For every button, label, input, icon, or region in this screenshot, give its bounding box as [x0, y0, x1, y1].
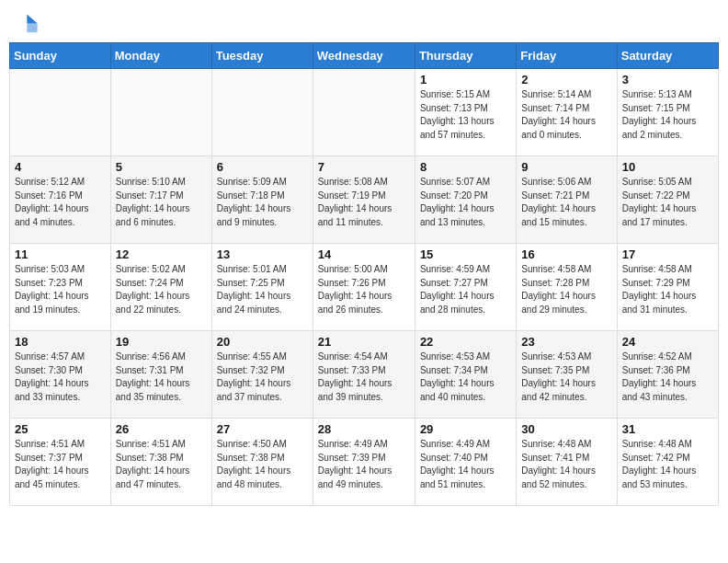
- day-number: 28: [318, 422, 410, 436]
- calendar-cell: 17Sunrise: 4:58 AM Sunset: 7:29 PM Dayli…: [617, 244, 718, 331]
- day-info: Sunrise: 4:48 AM Sunset: 7:42 PM Dayligh…: [622, 438, 713, 491]
- day-info: Sunrise: 5:12 AM Sunset: 7:16 PM Dayligh…: [15, 176, 106, 229]
- calendar-cell: 29Sunrise: 4:49 AM Sunset: 7:40 PM Dayli…: [415, 419, 516, 506]
- calendar-cell: [10, 69, 111, 156]
- calendar-cell: 2Sunrise: 5:14 AM Sunset: 7:14 PM Daylig…: [517, 69, 617, 156]
- day-number: 26: [116, 422, 207, 436]
- calendar-cell: 26Sunrise: 4:51 AM Sunset: 7:38 PM Dayli…: [110, 419, 211, 506]
- day-number: 5: [116, 160, 207, 174]
- day-of-week-header: Saturday: [617, 43, 718, 69]
- day-number: 3: [622, 73, 713, 86]
- day-number: 25: [15, 422, 106, 436]
- day-info: Sunrise: 5:07 AM Sunset: 7:20 PM Dayligh…: [420, 176, 511, 229]
- calendar-cell: [211, 69, 313, 156]
- day-info: Sunrise: 5:03 AM Sunset: 7:23 PM Dayligh…: [15, 263, 106, 316]
- day-number: 12: [116, 247, 207, 261]
- calendar-cell: [313, 69, 415, 156]
- calendar-week-row: 18Sunrise: 4:57 AM Sunset: 7:30 PM Dayli…: [10, 331, 719, 419]
- day-info: Sunrise: 5:09 AM Sunset: 7:18 PM Dayligh…: [217, 176, 308, 229]
- day-number: 11: [15, 247, 106, 261]
- calendar-week-row: 1Sunrise: 5:15 AM Sunset: 7:13 PM Daylig…: [10, 69, 719, 156]
- day-number: 21: [318, 335, 410, 349]
- calendar-cell: 14Sunrise: 5:00 AM Sunset: 7:26 PM Dayli…: [313, 244, 415, 331]
- calendar-cell: 4Sunrise: 5:12 AM Sunset: 7:16 PM Daylig…: [10, 156, 111, 244]
- day-info: Sunrise: 5:01 AM Sunset: 7:25 PM Dayligh…: [217, 263, 308, 316]
- day-of-week-header: Thursday: [415, 43, 516, 69]
- day-number: 14: [318, 247, 410, 261]
- calendar-cell: 22Sunrise: 4:53 AM Sunset: 7:34 PM Dayli…: [415, 331, 516, 419]
- calendar-cell: 11Sunrise: 5:03 AM Sunset: 7:23 PM Dayli…: [10, 244, 111, 331]
- day-info: Sunrise: 5:05 AM Sunset: 7:22 PM Dayligh…: [622, 176, 713, 229]
- day-info: Sunrise: 4:58 AM Sunset: 7:28 PM Dayligh…: [521, 263, 611, 316]
- calendar-cell: 7Sunrise: 5:08 AM Sunset: 7:19 PM Daylig…: [313, 156, 415, 244]
- day-info: Sunrise: 5:10 AM Sunset: 7:17 PM Dayligh…: [116, 176, 207, 229]
- calendar-cell: 20Sunrise: 4:55 AM Sunset: 7:32 PM Dayli…: [211, 331, 313, 419]
- day-info: Sunrise: 4:57 AM Sunset: 7:30 PM Dayligh…: [15, 350, 106, 404]
- calendar-cell: 28Sunrise: 4:49 AM Sunset: 7:39 PM Dayli…: [313, 419, 415, 506]
- day-number: 29: [420, 422, 511, 436]
- svg-marker-1: [27, 23, 37, 32]
- day-info: Sunrise: 4:51 AM Sunset: 7:38 PM Dayligh…: [116, 438, 207, 491]
- day-number: 19: [116, 335, 207, 349]
- calendar-week-row: 11Sunrise: 5:03 AM Sunset: 7:23 PM Dayli…: [10, 244, 719, 331]
- day-info: Sunrise: 4:58 AM Sunset: 7:29 PM Dayligh…: [622, 263, 713, 316]
- day-of-week-header: Friday: [517, 43, 617, 69]
- day-number: 7: [318, 160, 410, 174]
- calendar-cell: 10Sunrise: 5:05 AM Sunset: 7:22 PM Dayli…: [617, 156, 718, 244]
- calendar-cell: 12Sunrise: 5:02 AM Sunset: 7:24 PM Dayli…: [110, 244, 211, 331]
- calendar-cell: 8Sunrise: 5:07 AM Sunset: 7:20 PM Daylig…: [415, 156, 516, 244]
- calendar-cell: 27Sunrise: 4:50 AM Sunset: 7:38 PM Dayli…: [211, 419, 313, 506]
- calendar-cell: 31Sunrise: 4:48 AM Sunset: 7:42 PM Dayli…: [617, 419, 718, 506]
- day-number: 17: [622, 247, 713, 261]
- day-info: Sunrise: 4:59 AM Sunset: 7:27 PM Dayligh…: [420, 263, 511, 316]
- day-number: 22: [420, 335, 511, 349]
- day-number: 31: [622, 422, 713, 436]
- day-info: Sunrise: 4:53 AM Sunset: 7:34 PM Dayligh…: [420, 350, 511, 404]
- day-number: 30: [521, 422, 611, 436]
- day-info: Sunrise: 5:02 AM Sunset: 7:24 PM Dayligh…: [116, 263, 207, 316]
- day-of-week-header: Tuesday: [211, 43, 313, 69]
- day-info: Sunrise: 4:49 AM Sunset: 7:40 PM Dayligh…: [420, 438, 511, 491]
- day-number: 13: [217, 247, 308, 261]
- calendar-cell: 3Sunrise: 5:13 AM Sunset: 7:15 PM Daylig…: [617, 69, 718, 156]
- calendar-cell: 6Sunrise: 5:09 AM Sunset: 7:18 PM Daylig…: [211, 156, 313, 244]
- svg-marker-0: [27, 15, 37, 24]
- calendar-table: SundayMondayTuesdayWednesdayThursdayFrid…: [9, 42, 719, 506]
- calendar-cell: 13Sunrise: 5:01 AM Sunset: 7:25 PM Dayli…: [211, 244, 313, 331]
- day-info: Sunrise: 4:55 AM Sunset: 7:32 PM Dayligh…: [217, 350, 308, 404]
- calendar-cell: 30Sunrise: 4:48 AM Sunset: 7:41 PM Dayli…: [517, 419, 617, 506]
- calendar-cell: 15Sunrise: 4:59 AM Sunset: 7:27 PM Dayli…: [415, 244, 516, 331]
- day-info: Sunrise: 5:00 AM Sunset: 7:26 PM Dayligh…: [318, 263, 410, 316]
- day-number: 1: [420, 73, 511, 86]
- day-number: 10: [622, 160, 713, 174]
- day-number: 23: [521, 335, 611, 349]
- day-info: Sunrise: 5:08 AM Sunset: 7:19 PM Dayligh…: [318, 176, 410, 229]
- day-number: 24: [622, 335, 713, 349]
- day-number: 2: [521, 73, 611, 86]
- calendar-cell: 5Sunrise: 5:10 AM Sunset: 7:17 PM Daylig…: [110, 156, 211, 244]
- calendar-cell: 25Sunrise: 4:51 AM Sunset: 7:37 PM Dayli…: [10, 419, 111, 506]
- day-info: Sunrise: 5:06 AM Sunset: 7:21 PM Dayligh…: [521, 176, 611, 229]
- calendar-cell: 21Sunrise: 4:54 AM Sunset: 7:33 PM Dayli…: [313, 331, 415, 419]
- calendar-week-row: 25Sunrise: 4:51 AM Sunset: 7:37 PM Dayli…: [10, 419, 719, 506]
- day-info: Sunrise: 4:51 AM Sunset: 7:37 PM Dayligh…: [15, 438, 106, 491]
- page-header: [9, 9, 719, 35]
- day-of-week-header: Wednesday: [313, 43, 415, 69]
- day-info: Sunrise: 4:50 AM Sunset: 7:38 PM Dayligh…: [217, 438, 308, 491]
- calendar-cell: 24Sunrise: 4:52 AM Sunset: 7:36 PM Dayli…: [617, 331, 718, 419]
- day-number: 18: [15, 335, 106, 349]
- day-info: Sunrise: 4:53 AM Sunset: 7:35 PM Dayligh…: [521, 350, 611, 404]
- calendar-cell: 9Sunrise: 5:06 AM Sunset: 7:21 PM Daylig…: [517, 156, 617, 244]
- calendar-cell: [110, 69, 211, 156]
- day-info: Sunrise: 4:52 AM Sunset: 7:36 PM Dayligh…: [622, 350, 713, 404]
- day-number: 4: [15, 160, 106, 174]
- calendar-cell: 1Sunrise: 5:15 AM Sunset: 7:13 PM Daylig…: [415, 69, 516, 156]
- calendar-cell: 16Sunrise: 4:58 AM Sunset: 7:28 PM Dayli…: [517, 244, 617, 331]
- day-number: 20: [217, 335, 308, 349]
- day-number: 16: [521, 247, 611, 261]
- calendar-body: 1Sunrise: 5:15 AM Sunset: 7:13 PM Daylig…: [10, 69, 719, 506]
- day-number: 9: [521, 160, 611, 174]
- day-info: Sunrise: 4:49 AM Sunset: 7:39 PM Dayligh…: [318, 438, 410, 491]
- day-of-week-header: Monday: [110, 43, 211, 69]
- logo-icon: [13, 9, 39, 35]
